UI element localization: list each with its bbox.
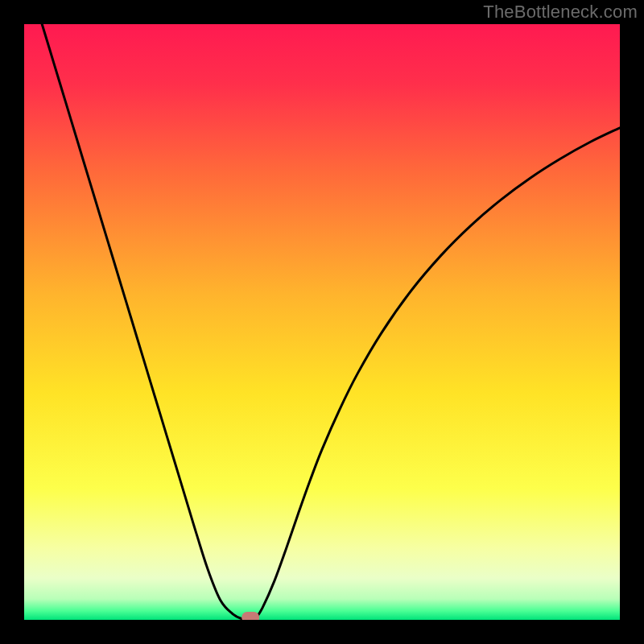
plot-area	[24, 24, 620, 620]
optimal-point-marker	[242, 612, 259, 620]
bottleneck-curve-chart	[24, 24, 620, 620]
chart-frame: TheBottleneck.com	[0, 0, 644, 644]
gradient-background	[24, 24, 620, 620]
watermark-text: TheBottleneck.com	[483, 2, 638, 23]
